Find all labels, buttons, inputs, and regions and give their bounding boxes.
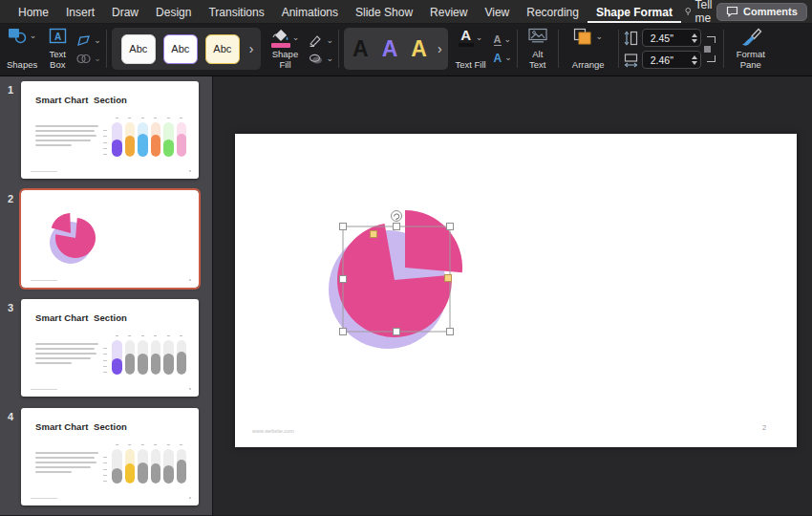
slide-thumbnail-2[interactable] bbox=[21, 190, 199, 288]
tab-slide-show[interactable]: Slide Show bbox=[347, 1, 421, 23]
edit-shape-button[interactable]: ⌄ bbox=[76, 34, 101, 47]
wordart-option-2[interactable]: A bbox=[377, 38, 403, 60]
wordart-option-1[interactable]: A bbox=[348, 38, 374, 60]
shapes-icon bbox=[8, 28, 28, 44]
slide-thumbnail-3[interactable]: Smart Chart Section bbox=[21, 299, 199, 397]
thumb-bar bbox=[125, 118, 136, 157]
thumb-bar bbox=[112, 118, 122, 157]
thumb-bar bbox=[163, 444, 174, 484]
tab-insert[interactable]: Insert bbox=[57, 1, 103, 23]
tab-home[interactable]: Home bbox=[10, 1, 57, 23]
shape-width-value: 2.46" bbox=[651, 54, 692, 66]
ribbon-shape-format: ⌄ Shapes A Text Box ⌄ bbox=[0, 24, 812, 76]
shape-style-option-3[interactable]: Abc bbox=[205, 34, 240, 64]
shape-effects-button[interactable]: ⌄ bbox=[309, 54, 333, 64]
thumb-bar bbox=[163, 335, 174, 375]
shape-height-value: 2.45" bbox=[651, 32, 692, 44]
shape-style-option-1[interactable]: Abc bbox=[121, 34, 156, 64]
text-fill-label: Text Fill bbox=[455, 60, 485, 70]
lock-aspect-icon bbox=[707, 36, 716, 43]
thumb-bar-chart bbox=[103, 118, 189, 157]
slide-thumbnail-panel: 1Smart Chart Section23Smart Chart Sectio… bbox=[0, 76, 212, 515]
thumb-bar bbox=[163, 118, 174, 157]
wordart-style-gallery: A A A › bbox=[344, 28, 448, 70]
comments-button[interactable]: Comments bbox=[716, 3, 807, 21]
text-outline-button[interactable]: A ⌄ bbox=[494, 34, 512, 46]
chevron-down-icon: ⌄ bbox=[94, 36, 101, 45]
text-outline-effects-tools: A ⌄ A ⌄ bbox=[494, 27, 512, 71]
text-effects-button[interactable]: A ⌄ bbox=[494, 53, 512, 64]
tab-shape-format[interactable]: Shape Format bbox=[588, 1, 681, 23]
thumb-bar bbox=[177, 118, 187, 157]
format-pane-label: Format Pane bbox=[732, 50, 770, 70]
shape-fill-button[interactable]: ⌄ Shape Fill bbox=[266, 27, 304, 71]
paint-bucket-icon bbox=[271, 28, 290, 42]
slide-number: 2 bbox=[8, 193, 13, 204]
gallery-more-icon[interactable]: › bbox=[247, 42, 256, 55]
shape-outline-button[interactable]: ⌄ bbox=[309, 34, 333, 47]
thumb-footer-line bbox=[31, 389, 57, 391]
pie-slice-shape[interactable] bbox=[405, 210, 462, 272]
alt-text-button[interactable]: Alt Text bbox=[523, 27, 553, 71]
lightbulb-icon bbox=[685, 5, 692, 18]
thumb-page-number bbox=[189, 497, 192, 500]
thumb-body-text bbox=[35, 125, 102, 149]
format-pane-brush-icon bbox=[739, 28, 762, 47]
slide-thumbnail-1[interactable]: Smart Chart Section bbox=[21, 81, 199, 179]
text-outline-icon: A bbox=[494, 34, 502, 46]
thumb-body-text bbox=[35, 452, 102, 476]
slide-2-canvas[interactable]: www.website.com 2 bbox=[235, 134, 797, 447]
tell-me-label: Tell me bbox=[694, 0, 716, 25]
powerpoint-window: Home Insert Draw Design Transitions Anim… bbox=[0, 0, 812, 516]
slide-thumbnail-row: 1Smart Chart Section bbox=[0, 81, 212, 179]
text-effects-icon: A bbox=[494, 53, 502, 64]
shape-style-option-2[interactable]: Abc bbox=[163, 34, 198, 64]
tab-review[interactable]: Review bbox=[421, 1, 476, 23]
slide-thumbnail-row: 4Smart Chart Section bbox=[0, 408, 212, 505]
rotation-handle[interactable] bbox=[392, 211, 402, 222]
arrange-label: Arrange bbox=[572, 60, 605, 70]
ribbon-separator bbox=[338, 30, 339, 68]
thumb-bar bbox=[125, 444, 136, 484]
thumb-bar bbox=[112, 335, 122, 375]
thumb-bar bbox=[112, 444, 122, 484]
tab-design[interactable]: Design bbox=[147, 1, 200, 23]
format-pane-button[interactable]: Format Pane bbox=[729, 27, 773, 71]
thumb-bar bbox=[138, 335, 148, 375]
shape-height-input[interactable]: 2.45" bbox=[642, 29, 701, 47]
arrange-button[interactable]: ⌄ Arrange bbox=[564, 27, 613, 71]
shape-height-icon bbox=[624, 31, 638, 46]
shapes-button[interactable]: ⌄ Shapes bbox=[6, 27, 38, 71]
tell-me[interactable]: Tell me bbox=[685, 0, 716, 25]
tab-view[interactable]: View bbox=[476, 1, 518, 23]
shape-style-gallery: Abc Abc Abc › bbox=[112, 28, 262, 70]
text-box-button[interactable]: A Text Box bbox=[43, 27, 72, 71]
thumb-bar-chart bbox=[103, 335, 189, 375]
thumb-bar bbox=[151, 118, 161, 157]
shape-edit-tools: ⌄ ⌄ bbox=[76, 27, 101, 71]
slide-thumbnail-4[interactable]: Smart Chart Section bbox=[21, 408, 199, 505]
shape-width-input[interactable]: 2.46" bbox=[642, 51, 701, 69]
slide-drawing-layer bbox=[235, 134, 797, 447]
tab-recording[interactable]: Recording bbox=[518, 1, 588, 23]
thumb-slide-title: Smart Chart Section bbox=[35, 421, 127, 432]
tab-animations[interactable]: Animations bbox=[273, 1, 347, 23]
comments-label: Comments bbox=[743, 6, 798, 17]
width-stepper[interactable] bbox=[692, 55, 697, 65]
chevron-down-icon: ⌄ bbox=[94, 54, 101, 63]
slide-number: 3 bbox=[8, 302, 13, 313]
thumb-chart-y-axis bbox=[103, 457, 107, 482]
tab-transitions[interactable]: Transitions bbox=[200, 1, 272, 23]
shape-fill-color-swatch bbox=[271, 43, 290, 48]
wordart-option-3[interactable]: A bbox=[406, 38, 432, 60]
slide-thumbnail-row: 2 bbox=[0, 190, 212, 288]
thumb-footer-line bbox=[31, 280, 57, 282]
shapes-label: Shapes bbox=[7, 60, 37, 70]
chevron-down-icon: ⌄ bbox=[326, 54, 333, 63]
tab-draw[interactable]: Draw bbox=[103, 1, 147, 23]
merge-shapes-button[interactable]: ⌄ bbox=[76, 54, 101, 64]
height-stepper[interactable] bbox=[692, 33, 697, 43]
gallery-more-icon[interactable]: › bbox=[436, 42, 444, 55]
lock-aspect-ratio-toggle[interactable] bbox=[704, 36, 718, 62]
text-fill-button[interactable]: A ⌄ Text Fill bbox=[453, 27, 489, 71]
